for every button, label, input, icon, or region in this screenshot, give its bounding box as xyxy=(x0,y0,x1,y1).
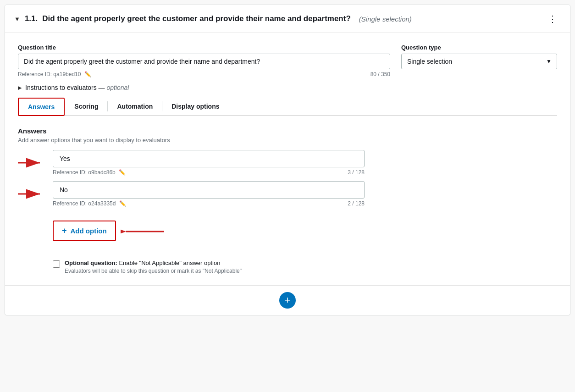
yes-char-count: 3 / 128 xyxy=(348,169,365,176)
bottom-bar: + xyxy=(5,285,570,315)
optional-question-label: Optional question: Enable "Not Applicabl… xyxy=(65,259,242,266)
question-number-label: 1.1. xyxy=(25,14,38,23)
edit-ref-icon[interactable]: ✏️ xyxy=(84,71,91,77)
more-options-icon[interactable]: ⋮ xyxy=(544,11,561,26)
answers-section-subtitle: Add answer options that you want to disp… xyxy=(18,137,557,144)
tab-display-options[interactable]: Display options xyxy=(162,98,228,115)
optional-bold-label: Optional question: xyxy=(65,259,117,266)
no-ref-id: Reference ID: o24a3335d ✏️ xyxy=(53,200,126,207)
answer-input-col-2: Reference ID: o24a3335d ✏️ 2 / 128 xyxy=(53,181,365,207)
yes-ref-id: Reference ID: o9badc86b ✏️ xyxy=(53,169,126,176)
answer-input-yes[interactable] xyxy=(53,150,365,167)
question-type-select-wrapper: Single selection Multiple selection Text… xyxy=(401,54,557,69)
edit-yes-icon[interactable]: ✏️ xyxy=(119,169,126,176)
arrow-indicator-2 xyxy=(18,187,45,201)
edit-no-icon[interactable]: ✏️ xyxy=(119,200,126,207)
tab-scoring[interactable]: Scoring xyxy=(65,98,107,115)
optional-label-text: Enable "Not Applicable" answer option xyxy=(119,259,220,266)
ref-row: Reference ID: qa19bed10 ✏️ 80 / 350 xyxy=(18,71,390,77)
optional-sublabel: Evaluators will be able to skip this que… xyxy=(65,268,242,274)
question-title-input[interactable] xyxy=(18,54,390,69)
question-title-col: Question title Reference ID: qa19bed10 ✏… xyxy=(18,44,390,77)
add-option-label: Add option xyxy=(71,227,107,235)
body-content: Question title Reference ID: qa19bed10 ✏… xyxy=(5,33,570,285)
tab-automation[interactable]: Automation xyxy=(108,98,162,115)
answer-option-row-1: Reference ID: o9badc86b ✏️ 3 / 128 xyxy=(18,150,557,176)
answer-option-row-2: Reference ID: o24a3335d ✏️ 2 / 128 xyxy=(18,181,557,207)
question-form-row: Question title Reference ID: qa19bed10 ✏… xyxy=(18,44,557,77)
arrow-indicator-1 xyxy=(18,156,45,170)
tabs-bar: Answers Scoring Automation Display optio… xyxy=(18,98,557,116)
answer-input-no[interactable] xyxy=(53,181,365,199)
add-option-row: + Add option xyxy=(53,214,557,250)
question-type-label: Question type xyxy=(401,44,557,51)
answers-section: Answers Add answer options that you want… xyxy=(18,127,557,274)
tab-answers[interactable]: Answers xyxy=(18,98,65,116)
ref-id-label: Reference ID: qa19bed10 ✏️ xyxy=(18,71,91,77)
add-question-button[interactable]: + xyxy=(279,292,296,309)
add-option-arrow xyxy=(121,225,166,240)
char-count: 80 / 350 xyxy=(370,71,390,77)
instructions-chevron: ▶ xyxy=(18,85,22,91)
add-option-button[interactable]: + Add option xyxy=(53,221,116,241)
optional-question-text: Optional question: Enable "Not Applicabl… xyxy=(65,259,242,274)
instructions-row[interactable]: ▶ Instructions to evaluators — optional xyxy=(18,84,557,91)
plus-icon: + xyxy=(62,226,67,236)
answers-section-title: Answers xyxy=(18,127,557,135)
instructions-label: Instructions to evaluators — optional xyxy=(25,84,129,91)
no-ref-row: Reference ID: o24a3335d ✏️ 2 / 128 xyxy=(53,200,365,207)
collapse-chevron[interactable]: ▼ xyxy=(14,16,20,22)
question-header: ▼ 1.1. Did the agent properly greet the … xyxy=(5,5,570,33)
optional-question-row: Optional question: Enable "Not Applicabl… xyxy=(53,259,557,274)
no-char-count: 2 / 128 xyxy=(348,200,365,207)
optional-question-checkbox[interactable] xyxy=(53,260,60,268)
question-type-col: Question type Single selection Multiple … xyxy=(401,44,557,69)
header-left: ▼ 1.1. Did the agent properly greet the … xyxy=(14,14,412,23)
title-label: Question title xyxy=(18,44,390,51)
answer-input-col-1: Reference ID: o9badc86b ✏️ 3 / 128 xyxy=(53,150,365,176)
question-type-select[interactable]: Single selection Multiple selection Text… xyxy=(401,54,557,69)
yes-ref-row: Reference ID: o9badc86b ✏️ 3 / 128 xyxy=(53,169,365,176)
question-type-badge: (Single selection) xyxy=(359,15,412,23)
question-title-header: Did the agent properly greet the custome… xyxy=(42,14,351,23)
